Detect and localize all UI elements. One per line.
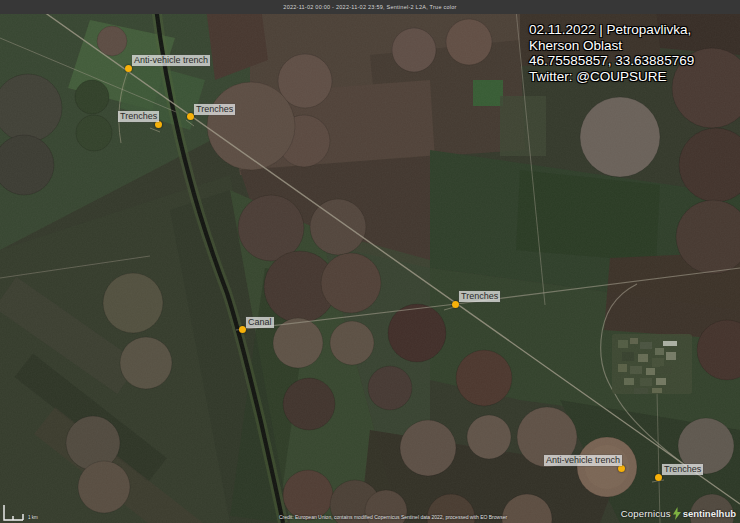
trenches-southeast-dot bbox=[655, 474, 662, 481]
anti-vehicle-trench-north-dot bbox=[125, 65, 132, 72]
canal-label: Canal bbox=[246, 317, 274, 328]
trenches-center-dot bbox=[452, 301, 459, 308]
anti-vehicle-trench-north-label: Anti-vehicle trench bbox=[132, 55, 210, 66]
lightning-bolt-icon bbox=[673, 507, 681, 520]
logo-group: Copernicus sentinelhub bbox=[621, 507, 736, 520]
copernicus-logo: Copernicus bbox=[621, 508, 671, 519]
scale-bar: 1 km bbox=[2, 501, 38, 521]
trenches-north-dot bbox=[187, 113, 194, 120]
trenches-west-label: Trenches bbox=[118, 111, 159, 122]
canal-dot bbox=[239, 326, 246, 333]
credit-text: Credit: European Union, contains modifie… bbox=[279, 514, 507, 520]
trenches-north-label: Trenches bbox=[194, 104, 235, 115]
scale-bar-icon bbox=[2, 501, 26, 521]
trenches-southeast-label: Trenches bbox=[662, 464, 703, 475]
screenshot-root: 2022-11-02 00:00 - 2022-11-02 23:59, Sen… bbox=[0, 0, 740, 523]
annotation-layer: Anti-vehicle trenchTrenchesTrenchesTrenc… bbox=[0, 0, 740, 523]
sentinelhub-logo: sentinelhub bbox=[683, 508, 736, 519]
scale-bar-label: 1 km bbox=[28, 515, 38, 521]
trenches-center-label: Trenches bbox=[459, 291, 500, 302]
anti-vehicle-trench-south-label: Anti-vehicle trench bbox=[544, 455, 622, 466]
